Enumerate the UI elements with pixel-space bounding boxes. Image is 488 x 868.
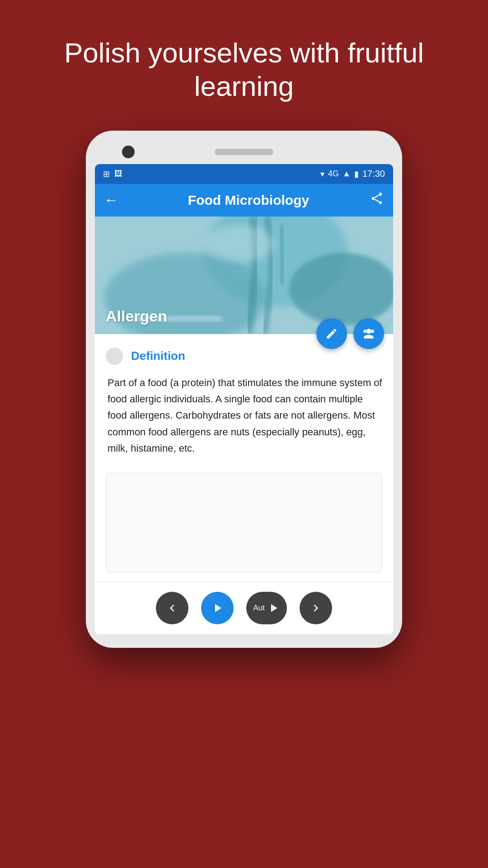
app-title: Food Microbiology — [127, 193, 370, 208]
svg-line-3 — [375, 199, 379, 202]
next-button[interactable] — [300, 592, 332, 624]
definition-header: Definition — [106, 348, 382, 365]
phone-screen: ⊞ 🖼 ▾ 4G ▲ ▮ 17:30 ← Food Microbiology — [95, 164, 393, 634]
content-placeholder-box — [106, 473, 382, 572]
bottom-navigation: Aut — [95, 581, 393, 634]
status-bar: ⊞ 🖼 ▾ 4G ▲ ▮ 17:30 — [95, 164, 393, 184]
play-button[interactable] — [201, 592, 234, 624]
prev-button[interactable] — [156, 592, 188, 624]
app-bar: ← Food Microbiology — [95, 184, 393, 217]
svg-point-2 — [379, 201, 382, 204]
signal-icon: ▲ — [343, 169, 351, 179]
app-icon-2: 🖼 — [114, 169, 122, 179]
auto-button[interactable]: Aut — [246, 592, 287, 624]
svg-point-0 — [379, 193, 382, 196]
definition-text: Part of a food (a protein) that stimulat… — [106, 375, 382, 457]
status-time: 17:30 — [362, 169, 385, 179]
svg-point-12 — [363, 329, 367, 333]
hero-image: Allergen — [95, 217, 393, 334]
wifi-icon: ▾ — [320, 169, 324, 179]
speaker-cutout — [215, 149, 273, 155]
svg-point-9 — [203, 226, 276, 262]
svg-point-11 — [371, 329, 374, 333]
network-label: 4G — [328, 169, 339, 179]
definition-circle-icon — [106, 348, 123, 365]
phone-frame: ⊞ 🖼 ▾ 4G ▲ ▮ 17:30 ← Food Microbiology — [86, 131, 402, 648]
edit-fab-button[interactable] — [316, 318, 347, 349]
hero-term: Allergen — [106, 307, 167, 325]
fab-buttons — [316, 318, 384, 349]
auto-label: Aut — [253, 604, 265, 613]
camera-cutout — [122, 146, 135, 158]
content-area: Definition Part of a food (a protein) th… — [95, 334, 393, 581]
svg-point-8 — [289, 253, 393, 325]
app-icon-1: ⊞ — [103, 169, 110, 179]
tagline: Polish yourselves with fruitful learning — [0, 36, 488, 104]
status-right-icons: ▾ 4G ▲ ▮ 17:30 — [320, 169, 385, 179]
battery-icon: ▮ — [354, 169, 359, 179]
svg-point-1 — [372, 197, 375, 200]
status-left-icons: ⊞ 🖼 — [103, 169, 122, 179]
definition-label: Definition — [131, 349, 185, 363]
phone-top — [95, 144, 393, 164]
back-button[interactable]: ← — [104, 192, 118, 208]
lens-fab-button[interactable] — [353, 318, 384, 349]
share-button[interactable] — [370, 191, 384, 209]
svg-line-4 — [375, 195, 379, 198]
